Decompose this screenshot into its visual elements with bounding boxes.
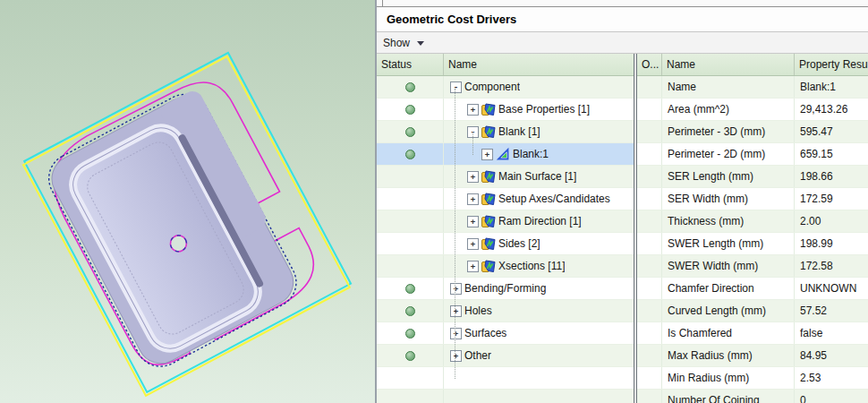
tree-row-surfaces[interactable]: + Surfaces <box>377 322 634 345</box>
panel-title: Geometric Cost Drivers <box>387 13 516 26</box>
property-name: Perimeter - 2D (mm) <box>662 143 795 165</box>
tree-row-blank-group[interactable]: - Blank [1] <box>377 121 634 143</box>
property-name: Min Radius (mm) <box>662 367 795 389</box>
property-name: SWER Width (mm) <box>662 255 795 277</box>
property-value: UNKNOWN <box>795 278 868 299</box>
tree-row-bending-forming[interactable]: + Bending/Forming <box>377 278 634 300</box>
tree-row-xsections[interactable]: + Xsections [11] <box>377 255 634 278</box>
property-value: 659.15 <box>795 143 868 165</box>
property-row[interactable]: Min Radius (mm)2.53 <box>637 367 868 390</box>
property-name: Is Chamfered <box>662 322 795 344</box>
property-value: 84.95 <box>795 345 868 366</box>
tree-item-label: Surfaces <box>464 327 506 339</box>
column-header-property-name[interactable]: Name <box>662 54 795 75</box>
tree-row-component[interactable]: - Component <box>377 76 634 99</box>
tree-expander-icon[interactable]: + <box>467 104 479 116</box>
property-row[interactable]: Perimeter - 2D (mm)659.15 <box>637 143 868 166</box>
property-name: Max Radius (mm) <box>662 345 795 366</box>
property-value: 29,413.26 <box>795 99 868 120</box>
property-row[interactable]: Number Of Coining0 <box>637 390 868 403</box>
property-row[interactable]: SER Width (mm)172.59 <box>637 188 868 210</box>
tree-expander-icon[interactable]: + <box>467 238 479 250</box>
property-row[interactable]: Chamfer DirectionUNKNOWN <box>637 278 868 300</box>
tree-expander-icon[interactable]: + <box>481 149 493 160</box>
tree-item-label: Setup Axes/Candidates <box>498 193 610 205</box>
tree-item-label: Base Properties [1] <box>498 103 590 116</box>
tree-item-label: Other <box>464 349 491 362</box>
gcd-icon <box>481 259 496 273</box>
tree-header: Status Name <box>377 54 634 76</box>
status-ok-icon <box>405 351 415 361</box>
tree-item-label: Bending/Forming <box>464 282 546 295</box>
tree-expander-icon[interactable]: + <box>467 193 479 205</box>
property-row[interactable]: NameBlank:1 <box>637 76 868 99</box>
column-header-status[interactable]: Status <box>377 54 444 75</box>
property-value: 198.66 <box>795 166 868 187</box>
panel-top-strip <box>377 0 868 7</box>
property-value: 0 <box>795 390 868 403</box>
cad-part-render <box>0 0 375 403</box>
property-name: Area (mm^2) <box>662 99 795 120</box>
tables-region: Status Name - Component + Base Pr <box>377 54 868 403</box>
column-header-o[interactable]: O... <box>637 54 662 75</box>
column-header-property-result[interactable]: Property Result <box>795 54 868 75</box>
property-row[interactable]: Curved Length (mm)57.52 <box>637 300 868 322</box>
tree-item-label: Sides [2] <box>498 237 540 250</box>
column-header-name[interactable]: Name <box>444 54 634 75</box>
tree-expander-icon[interactable]: + <box>467 216 479 227</box>
property-table: O... Name Property Result NameBlank:1 Ar… <box>637 54 868 403</box>
show-menu-label: Show <box>383 37 410 49</box>
panel-title-bar: Geometric Cost Drivers <box>377 7 868 32</box>
tree-row-main-surface[interactable]: + Main Surface [1] <box>377 166 634 188</box>
tree-row-blank-1-selected[interactable]: + Blank:1 <box>377 143 634 166</box>
gcd-icon <box>481 102 496 116</box>
property-value: Blank:1 <box>795 76 868 98</box>
property-value: 2.53 <box>795 367 868 389</box>
tree-expander-icon[interactable]: + <box>450 328 462 339</box>
property-value: 595.47 <box>795 121 868 142</box>
property-row[interactable]: Perimeter - 3D (mm)595.47 <box>637 121 868 143</box>
cad-viewport[interactable] <box>0 0 375 403</box>
status-ok-icon <box>405 105 415 115</box>
property-row[interactable]: SER Length (mm)198.66 <box>637 166 868 188</box>
tree-expander-icon[interactable]: + <box>467 261 479 272</box>
property-row[interactable]: Is Chamferedfalse <box>637 322 868 345</box>
status-ok-icon <box>405 284 415 294</box>
tree-expander-icon[interactable]: + <box>450 305 462 317</box>
status-ok-icon <box>405 150 415 159</box>
tree-item-label: Main Surface [1] <box>498 170 576 183</box>
tree-item-label: Blank [1] <box>498 125 540 138</box>
property-name: Number Of Coining <box>662 390 795 403</box>
tree-item-label: Ram Direction [1] <box>498 215 582 227</box>
status-ok-icon <box>405 329 415 339</box>
tree-row-base-properties[interactable]: + Base Properties [1] <box>377 99 634 121</box>
status-ok-icon <box>405 82 415 92</box>
property-name: Perimeter - 3D (mm) <box>662 121 795 142</box>
gcd-icon <box>481 124 496 139</box>
property-row[interactable]: Thickness (mm)2.00 <box>637 210 868 233</box>
status-ok-icon <box>405 306 415 316</box>
tree-row-empty <box>377 367 634 390</box>
tree-expander-icon[interactable]: + <box>467 171 479 183</box>
tree-row-setup-axes[interactable]: + Setup Axes/Candidates <box>377 188 634 210</box>
property-value: 57.52 <box>795 300 868 322</box>
property-row[interactable]: SWER Length (mm)198.99 <box>637 233 868 255</box>
chevron-down-icon <box>417 41 424 46</box>
tree-row-other[interactable]: + Other <box>377 345 634 367</box>
property-row[interactable]: Max Radius (mm)84.95 <box>637 345 868 367</box>
tree-expander-icon[interactable]: + <box>450 283 462 295</box>
property-name: Chamfer Direction <box>662 278 795 299</box>
property-name: Thickness (mm) <box>662 210 795 232</box>
tree-expander-icon[interactable]: - <box>450 81 462 93</box>
tree-row-ram-direction[interactable]: + Ram Direction [1] <box>377 210 634 233</box>
tree-row-sides[interactable]: + Sides [2] <box>377 233 634 255</box>
tree-expander-icon[interactable]: + <box>450 350 462 362</box>
tree-body: - Component + Base Properties [1] - <box>377 76 634 403</box>
tree-expander-icon[interactable]: - <box>467 126 479 138</box>
property-row[interactable]: SWER Width (mm)172.58 <box>637 255 868 278</box>
gcd-icon <box>481 192 496 206</box>
tree-item-label: Blank:1 <box>513 148 549 160</box>
tree-row-holes[interactable]: + Holes <box>377 300 634 322</box>
property-row[interactable]: Area (mm^2)29,413.26 <box>637 99 868 121</box>
show-menu-button[interactable]: Show <box>377 32 868 54</box>
